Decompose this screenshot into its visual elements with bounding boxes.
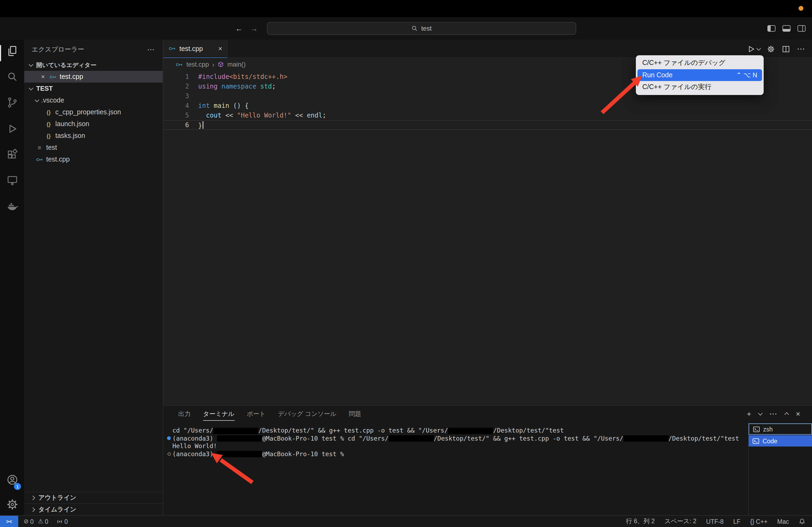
indentation[interactable]: スペース: 2	[664, 517, 696, 525]
terminal-text: @MacBook-Pro-10 test %	[262, 450, 348, 458]
code-token: <bits/stdc++.h>	[229, 73, 288, 80]
activity-docker[interactable]	[0, 196, 24, 215]
gear-icon	[6, 498, 18, 511]
code-editor[interactable]: 1 #include<bits/stdc++.h> 2 using namesp…	[163, 71, 812, 405]
terminal-item-code[interactable]: Code	[749, 435, 812, 447]
activity-accounts[interactable]: 1	[0, 471, 24, 489]
code-token: std	[260, 82, 272, 90]
command-center-search[interactable]: test	[267, 22, 576, 35]
activity-extensions[interactable]	[0, 146, 24, 164]
panel-tab-terminal[interactable]: ターミナル	[203, 410, 234, 420]
gear-icon[interactable]	[767, 45, 775, 53]
chevron-down-icon	[29, 86, 33, 90]
split-editor-icon[interactable]	[782, 45, 790, 53]
search-icon	[412, 25, 418, 32]
eol-sequence[interactable]: LF	[733, 518, 741, 525]
line-number: 4	[163, 102, 189, 109]
toggle-sidebar-left-icon[interactable]	[767, 25, 775, 32]
activity-source-control[interactable]	[0, 93, 24, 111]
chevron-down-icon[interactable]	[758, 411, 762, 415]
forward-icon[interactable]: →	[250, 24, 258, 33]
tab-test-cpp[interactable]: C++ test.cpp ×	[163, 40, 228, 57]
code-token: cout	[198, 111, 221, 119]
tree-item-label: .vscode	[41, 96, 64, 104]
tree-item-c-cpp-properties[interactable]: {} c_cpp_properties.json	[24, 106, 163, 118]
run-code-split-button[interactable]	[747, 45, 760, 53]
line-number: 1	[163, 73, 189, 80]
sidebar-header: エクスプローラー ⋯	[24, 40, 163, 59]
extensions-icon	[6, 148, 18, 161]
more-actions-icon[interactable]: ⋯	[797, 44, 806, 54]
remote-icon: ><	[6, 518, 12, 524]
code-token: endl	[307, 111, 322, 119]
terminal-text: Hello World!	[172, 442, 217, 450]
menu-item-run-code[interactable]: Run Code ⌃ ⌥ N	[637, 69, 762, 81]
timeline-section[interactable]: タイムライン	[24, 503, 163, 515]
close-icon[interactable]: ×	[40, 73, 46, 80]
open-editors-label: 開いているエディター	[36, 61, 97, 69]
bell-icon[interactable]	[799, 518, 806, 525]
tree-item-test[interactable]: ≡ test	[24, 142, 163, 153]
more-actions-icon[interactable]: ⋯	[769, 409, 778, 419]
tree-item-tasks-json[interactable]: {} tasks.json	[24, 130, 163, 142]
chevron-up-icon[interactable]	[785, 412, 789, 417]
panel-tab-debug-console[interactable]: デバッグ コンソール	[278, 410, 336, 418]
tree-item-label: tasks.json	[55, 132, 85, 139]
symbol-method-icon	[218, 61, 224, 67]
new-terminal-icon[interactable]: +	[747, 409, 751, 418]
activity-explorer[interactable]	[0, 42, 24, 60]
activity-settings[interactable]	[0, 495, 24, 514]
breadcrumb-symbol[interactable]: main()	[228, 61, 246, 68]
tree-item-test-cpp[interactable]: C++ test.cpp	[24, 153, 163, 165]
menu-item-run-cpp-file[interactable]: C/C++ ファイルの実行	[636, 81, 764, 93]
code-token: <<	[221, 111, 237, 119]
breadcrumb-file[interactable]: test.cpp	[186, 61, 209, 68]
more-actions-icon[interactable]: ⋯	[147, 45, 155, 54]
menu-item-label: C/C++ ファイルの実行	[642, 82, 711, 92]
terminal-text: /Desktop/test/"test	[668, 435, 739, 442]
git-branch-icon	[6, 96, 18, 109]
ports-status[interactable]: 0	[56, 518, 68, 525]
workspace-header[interactable]: TEST	[24, 82, 163, 94]
tree-item-vscode[interactable]: .vscode	[24, 94, 163, 106]
toggle-panel-icon[interactable]	[782, 25, 791, 32]
panel-tab-ports[interactable]: ポート	[247, 410, 265, 418]
editor-group: C++ test.cpp × ⋯ C++ test.cpp ›	[163, 40, 812, 515]
close-icon[interactable]: ×	[796, 409, 800, 418]
menu-item-debug-cpp[interactable]: C/C++ ファイルのデバッグ	[636, 57, 764, 69]
braces-icon: {}	[750, 518, 754, 525]
remote-indicator[interactable]: ><	[0, 516, 18, 527]
back-icon[interactable]: ←	[235, 24, 243, 33]
tree-item-launch-json[interactable]: {} launch.json	[24, 118, 163, 130]
layout-controls	[767, 25, 806, 32]
panel-tab-problems[interactable]: 問題	[349, 410, 361, 418]
terminal-line: cd "/Users//Desktop/test/" && g++ test.c…	[163, 427, 748, 434]
code-token: }	[198, 122, 202, 129]
terminal-line: Hello World!	[163, 442, 748, 450]
terminal-item-label: zsh	[763, 426, 773, 432]
terminal-output[interactable]: cd "/Users//Desktop/test/" && g++ test.c…	[163, 422, 748, 515]
cursor-position[interactable]: 行 6、列 2	[626, 517, 655, 525]
encoding[interactable]: UTF-8	[706, 518, 724, 525]
timeline-label: タイムライン	[39, 506, 76, 514]
panel-tab-output[interactable]: 出力	[178, 410, 191, 418]
toggle-sidebar-right-icon[interactable]	[798, 25, 806, 32]
explorer-sidebar: エクスプローラー ⋯ 開いているエディター × C++ test.cpp TES…	[24, 40, 163, 515]
outline-section[interactable]: アウトライン	[24, 492, 163, 503]
chevron-right-icon	[31, 496, 35, 500]
open-editor-item[interactable]: × C++ test.cpp	[24, 71, 163, 82]
activity-run-debug[interactable]	[0, 120, 24, 138]
json-file-icon: {}	[45, 121, 53, 127]
activity-remote-explorer[interactable]	[0, 171, 24, 190]
terminal-item-zsh[interactable]: zsh	[749, 423, 812, 435]
chevron-down-icon	[29, 62, 33, 66]
panel-actions: + ⋯ ×	[747, 409, 800, 419]
open-editors-header[interactable]: 開いているエディター	[24, 59, 163, 71]
close-icon[interactable]: ×	[218, 45, 222, 52]
titlebar: ← → test	[0, 17, 812, 40]
language-mode[interactable]: {} C++	[750, 518, 768, 525]
activity-search[interactable]	[0, 67, 24, 86]
problems-status[interactable]: ⊘ 0 ⚠ 0	[24, 518, 48, 525]
active-indicator	[0, 45, 1, 61]
os-indicator[interactable]: Mac	[777, 518, 789, 525]
